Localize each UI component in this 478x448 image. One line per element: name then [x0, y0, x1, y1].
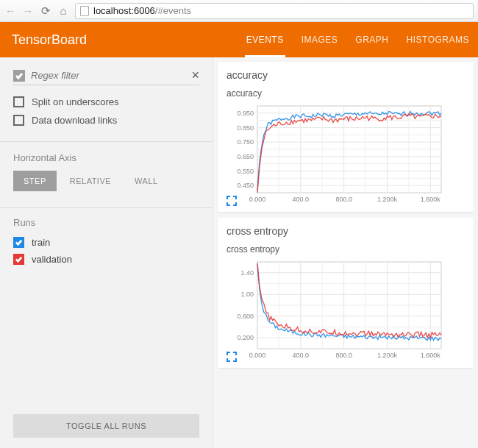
tab-events[interactable]: EVENTS	[238, 22, 293, 57]
cross-entropy-chart: 0.2000.6001.001.400.000400.0800.01.200k1…	[226, 259, 447, 362]
svg-text:800.0: 800.0	[335, 196, 352, 203]
horizontal-axis-label: Horizontal Axis	[0, 142, 213, 171]
tab-graph[interactable]: GRAPH	[346, 22, 397, 57]
svg-text:0.750: 0.750	[237, 138, 254, 146]
home-button[interactable]: ⌂	[57, 4, 69, 17]
app-header: TensorBoard EVENTSIMAGESGRAPHHISTOGRAMS	[0, 22, 478, 57]
runs-list: trainvalidation	[0, 234, 213, 268]
svg-text:1.600k: 1.600k	[421, 352, 441, 359]
tab-histograms[interactable]: HISTOGRAMS	[398, 22, 478, 57]
svg-text:800.0: 800.0	[335, 352, 352, 359]
label: Data download links	[32, 115, 117, 126]
svg-text:400.0: 400.0	[293, 352, 310, 359]
back-button[interactable]: ←	[4, 4, 16, 17]
runs-label: Runs	[0, 208, 213, 234]
accuracy-chart: 0.4500.5500.6500.7500.8500.9500.000400.0…	[226, 103, 447, 206]
reload-button[interactable]: ⟳	[40, 4, 51, 18]
tab-images[interactable]: IMAGES	[293, 22, 347, 57]
chart-wrap: 0.4500.5500.6500.7500.8500.9500.000400.0…	[226, 103, 465, 206]
svg-text:1.00: 1.00	[240, 291, 254, 298]
run-validation[interactable]: validation	[0, 251, 213, 268]
run-train[interactable]: train	[0, 234, 213, 251]
haxis-step-button[interactable]: STEP	[13, 171, 57, 191]
svg-text:1.600k: 1.600k	[421, 196, 441, 203]
toggle-all-runs-button[interactable]: TOGGLE ALL RUNS	[13, 414, 199, 438]
forward-button[interactable]: →	[22, 4, 34, 17]
svg-text:0.450: 0.450	[237, 182, 254, 189]
haxis-wall-button[interactable]: WALL	[124, 171, 168, 191]
chart-title: cross entropy	[226, 244, 465, 255]
expand-icon[interactable]	[226, 352, 237, 362]
regex-filter-input[interactable]	[31, 70, 185, 81]
expand-icon[interactable]	[226, 196, 237, 206]
filter-checkbox-icon[interactable]	[13, 70, 25, 82]
run-checkbox-icon	[13, 254, 24, 265]
address-bar[interactable]: localhost:6006/#events	[75, 3, 474, 19]
top-tabs: EVENTSIMAGESGRAPHHISTOGRAMS	[238, 22, 478, 57]
browser-toolbar: ← → ⟳ ⌂ localhost:6006/#events	[0, 0, 478, 22]
checkbox-icon	[13, 96, 24, 107]
svg-text:0.200: 0.200	[237, 334, 254, 341]
run-label: train	[32, 237, 50, 248]
chart-wrap: 0.2000.6001.001.400.000400.0800.01.200k1…	[226, 259, 465, 362]
svg-text:1.40: 1.40	[240, 269, 254, 277]
svg-text:0.600: 0.600	[237, 313, 254, 320]
svg-text:1.200k: 1.200k	[377, 196, 398, 203]
svg-text:0.850: 0.850	[237, 124, 254, 132]
haxis-relative-button[interactable]: RELATIVE	[60, 171, 121, 191]
svg-text:0.950: 0.950	[237, 110, 254, 117]
checkbox-icon	[13, 115, 24, 126]
page-icon	[80, 6, 89, 16]
card-section-title: cross entropy	[226, 225, 465, 237]
run-checkbox-icon	[13, 237, 24, 248]
svg-text:0.000: 0.000	[249, 196, 266, 203]
regex-filter-row: ×	[13, 68, 199, 85]
svg-text:0.000: 0.000	[249, 352, 266, 359]
data-download-row[interactable]: Data download links	[13, 111, 199, 129]
split-underscores-row[interactable]: Split on underscores	[13, 93, 199, 111]
chart-title: accuracy	[226, 88, 465, 99]
label: Split on underscores	[32, 96, 119, 107]
card-section-title: accuracy	[226, 69, 465, 81]
svg-text:0.550: 0.550	[237, 168, 254, 175]
svg-text:400.0: 400.0	[293, 196, 310, 203]
cross-entropy-card: cross entropycross entropy0.2000.6001.00…	[218, 218, 474, 368]
horizontal-axis-options: STEPRELATIVEWALL	[0, 171, 213, 200]
url-text: localhost:6006/#events	[93, 5, 468, 16]
svg-text:0.650: 0.650	[237, 153, 254, 160]
run-label: validation	[32, 254, 72, 265]
main-panel: accuracyaccuracy0.4500.5500.6500.7500.85…	[213, 57, 478, 448]
clear-filter-icon[interactable]: ×	[191, 68, 199, 83]
svg-text:1.200k: 1.200k	[377, 352, 398, 359]
accuracy-card: accuracyaccuracy0.4500.5500.6500.7500.85…	[218, 62, 474, 212]
app-brand: TensorBoard	[0, 32, 238, 48]
sidebar: × Split on underscores Data download lin…	[0, 57, 213, 448]
